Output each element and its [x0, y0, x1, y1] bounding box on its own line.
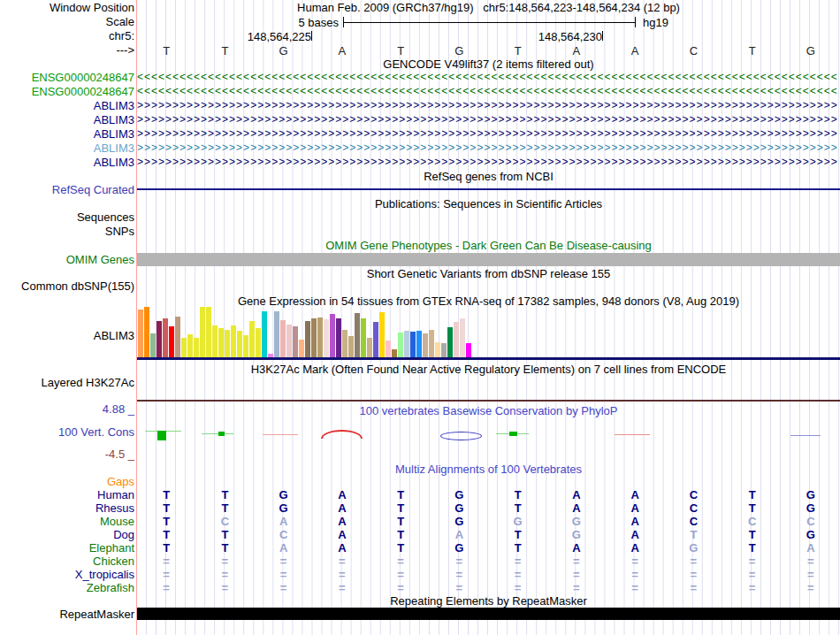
phylop-feature-lens [440, 432, 482, 440]
align-letter: G [547, 529, 606, 541]
species-label[interactable]: Human [0, 489, 134, 501]
gtex-bar [218, 328, 224, 357]
species-label[interactable]: Zebrafish [0, 582, 134, 594]
gene-row-label[interactable]: ABLIM3 [0, 114, 134, 126]
gtex-bar [225, 330, 230, 357]
species-label[interactable]: Elephant [0, 542, 134, 555]
gtex-gene-label[interactable]: ABLIM3 [0, 330, 134, 342]
align-letter: = [547, 555, 606, 568]
align-letter: = [547, 582, 606, 594]
gaps-label[interactable]: Gaps [0, 476, 134, 488]
align-letter: = [547, 569, 606, 581]
genome-browser-canvas: Window Position Scale chr5: ---> Human F… [0, 0, 840, 635]
phylop-max-label: 4.88 _ [0, 403, 134, 416]
align-letter: A [606, 502, 664, 515]
h3k27ac-label[interactable]: Layered H3K27Ac [0, 377, 134, 389]
repeatmasker-title: Repeating Elements by RepeatMasker [137, 595, 840, 608]
species-label[interactable]: Rhesus [0, 502, 134, 515]
align-letter: A [547, 489, 606, 501]
gtex-bar [416, 331, 422, 357]
h3k27ac-baseline [137, 400, 840, 402]
align-letter: = [137, 569, 195, 581]
gene-row-label[interactable]: ABLIM3 [0, 142, 134, 155]
align-letter: A [606, 516, 664, 528]
align-letter: G [489, 516, 547, 528]
base-letter: T [195, 44, 254, 57]
gene-row-arrows[interactable]: <<<<<<<<<<<<<<<<<<<<<<<<<<<<<<<<<<<<<<<<… [137, 71, 838, 84]
gtex-bar [441, 343, 447, 357]
align-letter: C [664, 516, 722, 528]
gene-row-label[interactable]: ENSG00000248647 [0, 86, 134, 98]
align-letter: C [195, 516, 254, 528]
align-letter: = [313, 569, 371, 581]
repeatmasker-bar[interactable] [137, 608, 840, 620]
gtex-bar [249, 321, 255, 357]
sequences-label[interactable]: Sequences [0, 211, 134, 224]
base-letter: G [255, 44, 313, 57]
gtex-bar [373, 322, 378, 357]
base-letter: T [489, 44, 547, 57]
align-letter: = [664, 555, 722, 568]
coordinate-right: 148,564,230 [514, 30, 602, 43]
gtex-bar [262, 311, 267, 357]
refseq-gene-bar[interactable] [137, 188, 840, 190]
gtex-bar [386, 340, 391, 357]
align-letter: = [430, 569, 488, 581]
align-letter: = [255, 555, 313, 568]
align-letter: = [371, 569, 430, 581]
omim-genes-label[interactable]: OMIM Genes [0, 254, 134, 266]
species-label[interactable]: Dog [0, 529, 134, 541]
base-letter: G [782, 44, 840, 57]
gene-row-arrows[interactable]: >>>>>>>>>>>>>>>>>>>>>>>>>>>>>>>>>>>>>>>>… [137, 113, 838, 126]
species-label[interactable]: Mouse [0, 516, 134, 528]
gene-row-arrows[interactable]: <<<<<<<<<<<<<<<<<<<<<<<<<<<<<<<<<<<<<<<<… [137, 85, 838, 98]
align-letter: A [255, 542, 313, 555]
align-letter: = [430, 582, 488, 594]
phylop-track-label[interactable]: 100 Vert. Cons [0, 426, 134, 439]
align-letter: A [430, 529, 488, 541]
gene-row-arrows[interactable]: >>>>>>>>>>>>>>>>>>>>>>>>>>>>>>>>>>>>>>>>… [137, 99, 838, 112]
gtex-bar [231, 325, 236, 357]
align-letter: C [664, 489, 722, 501]
species-label[interactable]: X_tropicalis [0, 569, 134, 581]
gtex-bar [200, 307, 205, 357]
scale-ruler [343, 17, 636, 27]
gene-row-label[interactable]: ABLIM3 [0, 157, 134, 169]
align-letter: G [430, 516, 488, 528]
gtex-bar [181, 338, 187, 357]
align-letter: G [782, 502, 840, 515]
gene-row-label[interactable]: ABLIM3 [0, 100, 134, 112]
align-letter: = [489, 569, 547, 581]
base-letter: A [313, 44, 371, 57]
align-letter: G [782, 529, 840, 541]
gene-row-arrows[interactable]: >>>>>>>>>>>>>>>>>>>>>>>>>>>>>>>>>>>>>>>>… [137, 156, 838, 169]
gene-row-arrows[interactable]: >>>>>>>>>>>>>>>>>>>>>>>>>>>>>>>>>>>>>>>>… [137, 127, 838, 141]
gtex-bar [410, 332, 416, 357]
repeatmasker-label[interactable]: RepeatMasker [0, 608, 134, 621]
align-letter: A [782, 542, 840, 555]
snps-label[interactable]: SNPs [0, 226, 134, 238]
coordinate-left: 148,564,225 [223, 30, 311, 43]
dbsnp-title: Short Genetic Variants from dbSNP releas… [137, 268, 840, 280]
refseq-curated-label[interactable]: RefSeq Curated [0, 184, 134, 196]
gtex-bar [379, 312, 385, 357]
align-letter: G [430, 502, 488, 515]
base-letter: T [723, 44, 782, 57]
align-letter: = [606, 569, 664, 581]
align-letter: = [137, 555, 195, 568]
gtex-bar [398, 333, 403, 357]
assembly-tag: hg19 [643, 16, 668, 29]
gtex-bar [317, 318, 323, 357]
gene-row-label[interactable]: ABLIM3 [0, 128, 134, 141]
align-letter: A [313, 516, 371, 528]
gene-row-arrows[interactable]: >>>>>>>>>>>>>>>>>>>>>>>>>>>>>>>>>>>>>>>>… [137, 142, 838, 155]
align-letter: = [195, 582, 254, 594]
align-letter: G [430, 489, 488, 501]
gtex-bar [311, 318, 317, 357]
gene-row-label[interactable]: ENSG00000248647 [0, 72, 134, 84]
dbsnp-label[interactable]: Common dbSNP(155) [0, 280, 134, 293]
align-letter: = [664, 582, 722, 594]
align-letter: = [723, 555, 782, 568]
omim-gene-bar[interactable] [137, 253, 840, 266]
species-label[interactable]: Chicken [0, 555, 134, 568]
